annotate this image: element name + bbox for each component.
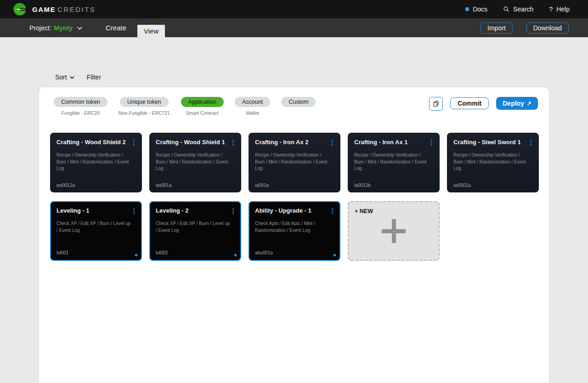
new-card-button[interactable]: + NEW [348, 201, 440, 261]
card-id: lvl001 [57, 250, 68, 255]
category-pill[interactable]: Unique token [120, 97, 169, 107]
card-capabilities: Check Apts / Edit Apts / Mint / Randomiz… [255, 220, 334, 234]
brand-bold: GAME [32, 6, 56, 13]
contract-card[interactable]: Crafting - Wood Shield 2 Recipe / Owners… [50, 133, 142, 192]
project-label: Project: [29, 24, 51, 32]
brand-name: GAMECREDITS [32, 6, 96, 13]
filter-label: Filter [87, 73, 101, 81]
sort-dropdown[interactable]: Sort [55, 73, 73, 81]
contract-card[interactable]: Leveling - 2 Check XP / Edit XP / Burn /… [149, 201, 241, 261]
help-link[interactable]: ? Help [549, 6, 570, 13]
category-pill[interactable]: Custom [281, 97, 316, 107]
kebab-menu-icon[interactable] [132, 207, 136, 215]
topbar: GAMECREDITS Docs Search ? Help [0, 0, 588, 18]
filter-button[interactable]: Filter [87, 73, 101, 81]
deploy-arrow-icon: ↗ [527, 101, 531, 106]
kebab-menu-icon[interactable] [232, 139, 235, 146]
card-header: Crafting - Iron Ax 2 [255, 139, 334, 146]
kebab-menu-icon[interactable] [430, 139, 433, 146]
category-pill[interactable]: Account [235, 97, 270, 107]
card-title: Crafting - Wood Shield 1 [156, 139, 225, 146]
panel-header: Common token Fungible - ERC20 Unique tok… [39, 87, 549, 116]
toolbar: Sort Filter [0, 37, 588, 81]
contract-card[interactable]: Leveling - 1 Check XP / Edit XP / Burn /… [50, 201, 142, 261]
category-sublabel: Wallet [246, 110, 259, 116]
kebab-menu-icon[interactable] [331, 139, 334, 146]
brand[interactable]: GAMECREDITS [12, 1, 96, 17]
project-name: Mynty [54, 24, 72, 32]
card-id: abu001a [255, 250, 273, 255]
category-pill[interactable]: Application [181, 97, 224, 107]
category-filters: Common token Fungible - ERC20 Unique tok… [54, 97, 316, 116]
category: Unique token Non-Fungible - ERC721 [119, 97, 170, 116]
nav-tab[interactable]: View [137, 25, 165, 37]
deploy-button[interactable]: Deploy ↗ [496, 97, 538, 110]
card-title: Crafting - Steel Sword 1 [453, 139, 521, 146]
copy-icon [432, 100, 440, 107]
chevron-down-icon [70, 74, 74, 79]
game-credits-logo [12, 1, 28, 17]
contract-card[interactable]: Crafting - Iron Ax 1 Recipe / Ownership … [348, 133, 440, 192]
resize-handle-icon[interactable] [135, 254, 137, 256]
search-icon [503, 6, 509, 12]
contract-card[interactable]: Crafting - Iron Ax 2 Recipe / Ownership … [249, 133, 340, 192]
card-title: Ability - Upgrade - 1 [255, 207, 311, 214]
category-pill[interactable]: Common token [54, 97, 107, 107]
card-id: ia0012b [354, 183, 371, 188]
search-link[interactable]: Search [503, 6, 533, 13]
category-sublabel: Fungible - ERC20 [62, 110, 100, 116]
card-title: Leveling - 1 [57, 207, 90, 214]
card-capabilities: Recipe / Ownership Verification / Burn /… [453, 152, 532, 172]
navbar: Project: Mynty Create View Import Downlo… [0, 18, 588, 37]
docs-icon [465, 7, 469, 11]
commit-button[interactable]: Commit [450, 97, 489, 109]
nav-tabs: Create View [99, 18, 165, 37]
card-header: Leveling - 1 [57, 207, 136, 215]
category: Account Wallet [235, 97, 270, 116]
kebab-menu-icon[interactable] [132, 139, 136, 146]
card-title: Crafting - Iron Ax 2 [255, 139, 309, 146]
category: Common token Fungible - ERC20 [54, 97, 107, 116]
card-capabilities: Recipe / Ownership Verification / Burn /… [156, 152, 235, 172]
card-title: Leveling - 2 [156, 207, 189, 214]
contract-card[interactable]: Crafting - Steel Sword 1 Recipe / Owners… [447, 133, 539, 192]
import-button[interactable]: Import [481, 23, 513, 34]
contract-card[interactable]: Crafting - Wood Shield 1 Recipe / Owners… [149, 133, 241, 192]
card-id: ss0001a [453, 183, 471, 188]
card-title: Crafting - Iron Ax 1 [354, 139, 408, 146]
plus-icon [382, 219, 406, 243]
category: Custom [281, 97, 316, 116]
topbar-links: Docs Search ? Help [465, 6, 570, 13]
new-card-label: + NEW [355, 208, 373, 214]
resize-handle-icon[interactable] [234, 254, 237, 256]
kebab-menu-icon[interactable] [529, 139, 532, 146]
help-label: Help [556, 6, 570, 13]
brand-light: CREDITS [57, 6, 96, 13]
resize-handle-icon[interactable] [334, 254, 336, 256]
card-capabilities: Recipe / Ownership Verification / Burn /… [255, 152, 334, 172]
search-label: Search [513, 6, 533, 13]
contract-card[interactable]: Ability - Upgrade - 1 Check Apts / Edit … [249, 201, 340, 261]
project-selector[interactable]: Project: Mynty [29, 24, 81, 32]
card-header: Crafting - Iron Ax 1 [354, 139, 433, 146]
docs-link[interactable]: Docs [465, 6, 487, 13]
nav-tab[interactable]: Create [99, 18, 133, 37]
kebab-menu-icon[interactable] [232, 207, 235, 215]
kebab-menu-icon[interactable] [331, 207, 334, 215]
copy-button[interactable] [429, 97, 443, 111]
contracts-grid: Crafting - Wood Shield 2 Recipe / Owners… [50, 133, 538, 261]
category: Application Smart Contract [181, 97, 224, 116]
panel-actions: Commit Deploy ↗ [429, 97, 538, 116]
card-title: Crafting - Wood Shield 2 [57, 139, 126, 146]
card-capabilities: Recipe / Ownership Verification / Burn /… [354, 152, 433, 172]
card-id: ws001a [156, 183, 171, 188]
contracts-panel: Common token Fungible - ERC20 Unique tok… [39, 87, 549, 383]
category-sublabel: Non-Fungible - ERC721 [119, 110, 170, 116]
download-button[interactable]: Download [526, 23, 569, 34]
card-header: Crafting - Wood Shield 2 [57, 139, 136, 146]
card-capabilities: Recipe / Ownership Verification / Burn /… [57, 152, 136, 172]
card-id: ws0012a [57, 183, 75, 188]
docs-label: Docs [473, 6, 487, 13]
main: Sort Filter Common token Fungible - ERC2… [0, 37, 588, 383]
sort-label: Sort [55, 73, 67, 81]
